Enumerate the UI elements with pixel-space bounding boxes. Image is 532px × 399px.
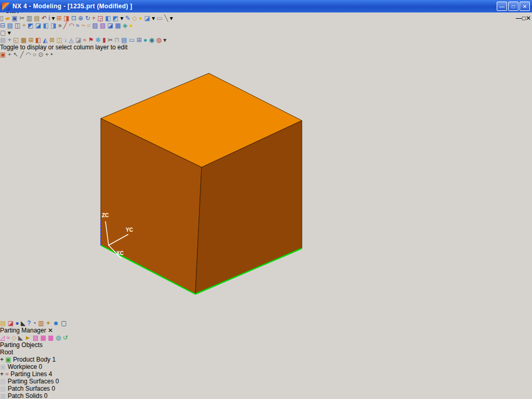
mdi-close-button[interactable]: ✕ [526, 15, 531, 22]
runner-icon[interactable]: ≈ [83, 36, 88, 44]
zoom-icon[interactable]: ⊕ [78, 15, 85, 22]
tree-item[interactable]: ▨ Parting Surfaces 0 [0, 378, 532, 385]
tree-item[interactable]: + ≈ Parting Lines 4 [0, 370, 532, 378]
plus-icon[interactable]: + [45, 51, 50, 58]
project-initialize-icon[interactable]: ▤ [0, 36, 8, 44]
datum-plane-icon[interactable]: ◇ [132, 15, 139, 22]
cavity-layout-icon[interactable]: ⊞ [28, 36, 35, 44]
swept-surface-icon[interactable]: ◪ [108, 22, 115, 29]
isometric-view-icon[interactable]: ◪ [35, 22, 43, 29]
save-icon[interactable]: ▣ [12, 15, 20, 22]
close-button[interactable]: ✕ [520, 2, 530, 11]
ellipse-tool-icon[interactable]: ○ [87, 22, 92, 29]
tree-item[interactable]: + ▣ Product Body 1 [0, 356, 532, 363]
fit-view-icon[interactable]: ⊡ [71, 15, 78, 22]
system-display-icon[interactable]: ▢ [61, 320, 66, 327]
regions-icon[interactable]: ◨ [63, 15, 71, 22]
arc-icon[interactable]: ◠ [25, 51, 33, 58]
electrode-icon[interactable]: ▮ [102, 36, 108, 44]
copy-icon[interactable]: ▥ [26, 15, 34, 22]
mdi-restore-button[interactable]: □ [522, 15, 526, 22]
expand-toggle-icon[interactable]: + [0, 356, 4, 363]
dialog-close-icon[interactable]: ✕ [48, 327, 53, 334]
graphics-viewport[interactable]: ZC YC XC [0, 58, 532, 320]
tree-column-header[interactable]: Parting Objects [0, 341, 532, 349]
work-plane-icon[interactable]: ◫ [15, 22, 22, 29]
roles-icon[interactable]: ◣ [21, 320, 28, 327]
extract-regions-tool[interactable]: ◇ [12, 334, 19, 341]
assembly-navigator-icon[interactable]: ▤ [0, 320, 8, 327]
standard-parts-icon[interactable]: ◫ [57, 36, 64, 44]
line-tool-icon[interactable]: ╱ [63, 22, 69, 29]
profile-tool-icon[interactable]: ¬ [81, 22, 86, 29]
parting-segments-tool[interactable]: ≈ [7, 334, 12, 341]
history-clock-icon[interactable]: ◔ [33, 320, 38, 327]
display-grid-icon[interactable]: ⊞ [57, 15, 63, 22]
part-navigator-icon[interactable]: ◪ [8, 320, 16, 327]
help-icon[interactable]: ? [28, 320, 33, 327]
gate-icon[interactable]: ⚑ [88, 36, 96, 44]
front-view-icon[interactable]: ◧ [43, 22, 51, 29]
tree-item[interactable]: ▦ Patch Solids 0 [0, 392, 532, 399]
expand-toggle-icon[interactable]: + [0, 370, 4, 378]
view-manager-icon[interactable]: ● [143, 36, 149, 44]
dialog-title-bar[interactable]: Parting Manager ✕ [0, 327, 532, 334]
selection-filter-icon[interactable]: ▣ [0, 51, 8, 58]
minimize-button[interactable]: — [497, 2, 507, 11]
surface-patch-tool[interactable]: ▩ [48, 334, 56, 341]
edit-parting-tool[interactable]: ▦ [41, 334, 48, 341]
visibility-eye-icon[interactable]: ◉ [149, 36, 156, 44]
circle-icon[interactable]: ○ [33, 51, 38, 58]
overflow-chevron-icon[interactable]: » [58, 22, 63, 29]
open-icon[interactable]: ▰ [5, 15, 12, 22]
mold-drawing-icon[interactable]: ▭ [129, 36, 137, 44]
crosshair-icon[interactable]: + [8, 51, 13, 58]
trimetric-view-icon[interactable]: ◩ [28, 22, 35, 29]
rotate-view-icon[interactable]: ↻ [85, 15, 92, 22]
select-arrow-icon[interactable]: ↖ [13, 51, 20, 58]
more-tools-icon[interactable]: ▾ [163, 36, 166, 44]
ruled-surface-icon[interactable]: ▨ [92, 22, 100, 29]
mesh-surface-icon[interactable]: ▦ [115, 22, 123, 29]
tree-item[interactable]: ▧ Patch Surfaces 0 [0, 385, 532, 392]
through-curves-icon[interactable]: ▧ [100, 22, 108, 29]
point-icon[interactable]: ⊙ [38, 51, 45, 58]
parting-manager-icon[interactable]: ◭ [43, 36, 50, 44]
tree-item[interactable]: ▣ Workpiece 0 [0, 363, 532, 370]
parting-lines-tool[interactable]: ◿ [0, 334, 7, 341]
n-sided-surface-icon[interactable]: ◈ [123, 22, 129, 29]
web-browser-icon[interactable]: ● [15, 320, 21, 327]
tree-item[interactable]: Root [0, 349, 532, 356]
update-parting-tool[interactable]: ↺ [63, 334, 68, 341]
wcs-icon[interactable]: + [22, 22, 28, 29]
line-icon[interactable]: ╱ [20, 51, 25, 58]
edge-style-icon[interactable]: ╲ ▾ [164, 15, 173, 22]
cut-icon[interactable]: ✂ [19, 15, 26, 22]
object-display-icon[interactable]: ▢ ▾ [0, 29, 11, 36]
display-mode-icon[interactable]: ◩ ▾ [113, 15, 125, 22]
new-part-icon[interactable]: ▯ [0, 15, 5, 22]
bill-of-material-icon[interactable]: ▤ [121, 36, 129, 44]
slider-lifter-icon[interactable]: ◬ [69, 36, 76, 44]
view-layout-icon[interactable]: ⊟ [0, 22, 7, 29]
paste-icon[interactable]: ▤ [34, 15, 42, 22]
measure-icon[interactable]: ▭ [157, 15, 165, 22]
right-view-icon[interactable]: ◨ [50, 22, 58, 29]
spline-tool-icon[interactable]: ≈ [76, 22, 81, 29]
mold-tools-icon[interactable]: ⊠ [49, 36, 56, 44]
layer-settings-icon[interactable]: ▤ [7, 22, 15, 29]
core-cavity-icon[interactable]: ◧ [35, 36, 43, 44]
ejector-pin-icon[interactable]: ↓ [64, 36, 69, 44]
mold-csys-icon[interactable]: + [8, 36, 13, 44]
arc-tool-icon[interactable]: ◠ [69, 22, 76, 29]
dot-icon[interactable]: • [50, 51, 52, 58]
assembly-grid-icon[interactable]: ⊞ [137, 36, 143, 44]
sphere-surface-icon[interactable]: ● [129, 22, 133, 29]
undo-icon[interactable]: ↶ [42, 15, 48, 22]
palettes-icon[interactable]: ✦ [46, 320, 52, 327]
shaded-view-icon[interactable]: ◧ [105, 15, 113, 22]
mold-cooling-icon[interactable]: ✻ [96, 36, 102, 44]
notes-icon[interactable]: ▥ [38, 320, 46, 327]
perspective-icon[interactable]: ◲ [97, 15, 105, 22]
sphere-check-tool[interactable]: ◍ [56, 334, 63, 341]
